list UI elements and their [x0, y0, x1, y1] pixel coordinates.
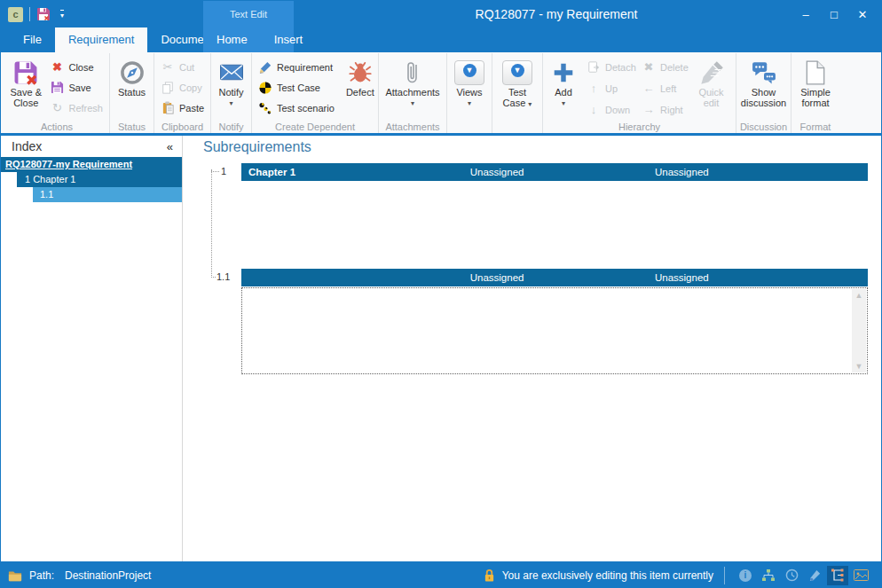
group-label-clipboard: Clipboard [154, 122, 210, 132]
discussion-bubbles-icon [752, 58, 776, 87]
sign-off-icon[interactable] [804, 566, 825, 585]
scroll-down-icon[interactable]: ▼ [852, 362, 866, 371]
create-test-case-button[interactable]: Test Case [254, 77, 339, 98]
path-label: Path: [29, 569, 54, 582]
detach-button[interactable]: Detach [582, 57, 637, 77]
refresh-button[interactable]: ↻ Refresh [45, 98, 107, 118]
ribbon-group-discussion: Show discussion Discussion [736, 53, 791, 133]
cut-icon: ✂ [161, 60, 175, 74]
close-window-button[interactable]: ✕ [851, 8, 874, 21]
lock-icon [483, 568, 497, 583]
ribbon-group-status: Status Status [110, 53, 154, 133]
views-button[interactable]: ▼ Views ▾ [450, 55, 489, 107]
simple-format-button[interactable]: Simple format [793, 55, 838, 108]
ribbon-group-hierarchy: Add ▾ Detach ✖ Delete [543, 53, 736, 133]
test-case-pie-icon [258, 81, 272, 95]
group-label-create-dependent: Create Dependent [252, 122, 378, 132]
show-discussion-button[interactable]: Show discussion [738, 55, 789, 108]
envelope-icon [220, 58, 243, 87]
copy-button[interactable]: Copy [156, 77, 209, 98]
info-icon[interactable]: i [735, 566, 756, 585]
dropdown-caret-icon: ▾ [229, 99, 232, 107]
notify-button[interactable]: Notify ▾ [212, 55, 251, 107]
tab-file[interactable]: File [10, 27, 55, 52]
collapse-panel-icon[interactable]: « [167, 140, 173, 153]
subrequirement-header-row[interactable]: Unassigned Unassigned [241, 269, 868, 286]
qat-customize-chevron-icon[interactable]: ▾ [60, 10, 64, 20]
save-button[interactable]: Save [45, 77, 107, 98]
assignee-cell: Unassigned [470, 269, 524, 286]
ribbon-group-notify: Notify ▾ Notify [211, 53, 252, 133]
add-button[interactable]: Add ▾ [545, 55, 582, 107]
ribbon-group-actions: Save & Close ✖ Close [4, 53, 110, 133]
test-case-keycap-icon: ▼ [502, 58, 532, 87]
lock-message: You are exclusively editing this item cu… [502, 569, 713, 582]
scroll-up-icon[interactable]: ▲ [852, 291, 866, 300]
move-right-button[interactable]: → Right [637, 99, 689, 120]
hierarchy-view-icon[interactable] [827, 566, 848, 585]
status-bar: Path: DestinationProject You are exclusi… [1, 561, 881, 588]
save-icon [50, 81, 64, 95]
move-up-button[interactable]: ↑ Up [582, 78, 637, 98]
ribbon-group-views: ▼ Views ▾ [447, 53, 492, 133]
quick-edit-pencil-icon [699, 58, 724, 87]
relations-icon[interactable] [758, 566, 779, 585]
status-button[interactable]: Status [113, 55, 152, 98]
minimize-button[interactable]: – [794, 8, 817, 21]
subrequirement-title: Chapter 1 [248, 163, 295, 181]
tree-item-root[interactable]: RQ128077-my Requirement [1, 157, 182, 172]
history-icon[interactable] [781, 566, 802, 585]
test-case-views-button[interactable]: ▼ Test Case ▾ [495, 55, 539, 110]
group-label-format: Format [791, 122, 839, 132]
subrequirements-panel: Subrequirements 1 Chapter 1 Unassigned U… [183, 136, 881, 561]
tree-item-selected[interactable]: 1.1 [33, 187, 182, 202]
tree-connector-elbow [211, 277, 216, 278]
group-label-actions: Actions [4, 122, 109, 132]
group-label-status: Status [110, 122, 154, 132]
create-test-scenario-button[interactable]: Test scenario [254, 98, 339, 118]
create-requirement-button[interactable]: Requirement [254, 57, 339, 77]
preview-icon[interactable] [850, 566, 871, 585]
subrequirement-number: 1 [221, 166, 226, 176]
tree-item-chapter[interactable]: 1 Chapter 1 [17, 172, 182, 187]
dropdown-caret-icon: ▾ [528, 100, 532, 108]
paste-icon [161, 101, 175, 115]
move-down-button[interactable]: ↓ Down [582, 99, 637, 120]
attachments-button[interactable]: Attachments ▾ [382, 55, 442, 107]
defect-bug-icon [348, 58, 373, 87]
test-scenario-icon [258, 101, 272, 115]
close-button[interactable]: ✖ Close [45, 57, 107, 77]
subrequirement-header-row[interactable]: Chapter 1 Unassigned Unassigned [241, 163, 868, 181]
subrequirement-number: 1.1 [217, 271, 230, 282]
group-label-attachments: Attachments [379, 122, 446, 132]
tab-requirement[interactable]: Requirement [55, 27, 147, 52]
tab-home[interactable]: Home [203, 27, 261, 52]
status-cell: Unassigned [655, 269, 709, 286]
group-label-discussion: Discussion [736, 122, 791, 132]
cut-button[interactable]: ✂ Cut [156, 57, 209, 77]
create-defect-button[interactable]: Defect [341, 55, 380, 98]
paste-button[interactable]: Paste [156, 98, 209, 118]
delete-x-icon: ✖ [642, 60, 656, 74]
detach-icon [587, 60, 601, 74]
ribbon-group-attachments: Attachments ▾ Attachments [379, 53, 447, 133]
tree-connector-line [211, 169, 212, 278]
move-left-button[interactable]: ← Left [637, 78, 689, 98]
window-title: RQ128077 - my Requirement [294, 1, 819, 27]
down-arrow-icon: ▼ [463, 64, 476, 77]
tab-insert[interactable]: Insert [261, 27, 317, 52]
description-editor[interactable]: ▲ ▼ [241, 287, 868, 374]
copy-icon [161, 81, 175, 95]
save-and-close-button[interactable]: Save & Close [6, 55, 45, 108]
vertical-scrollbar[interactable]: ▲ ▼ [852, 289, 866, 372]
delete-button[interactable]: ✖ Delete [637, 57, 689, 77]
app-icon[interactable]: c [8, 7, 23, 22]
qat-save-close-icon[interactable] [36, 7, 51, 21]
down-arrow-icon: ↓ [587, 103, 601, 117]
left-arrow-icon: ← [642, 82, 656, 96]
path-value: DestinationProject [65, 569, 151, 582]
quick-edit-button[interactable]: Quick edit [689, 55, 734, 108]
maximize-button[interactable]: □ [823, 8, 846, 21]
ribbon: Save & Close ✖ Close [1, 52, 881, 136]
index-panel: Index « RQ128077-my Requirement 1 Chapte… [1, 136, 183, 561]
